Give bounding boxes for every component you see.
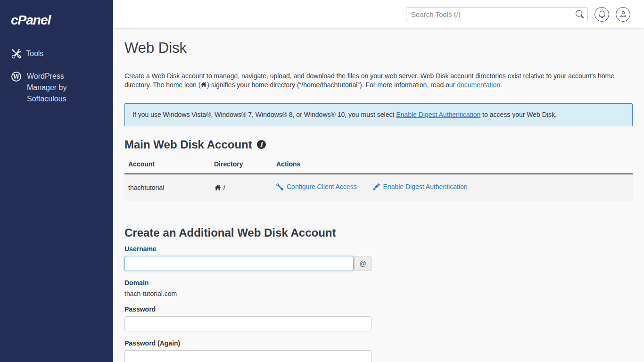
wordpress-icon: W [11,72,21,81]
cpanel-logo: cPanel [0,0,113,28]
password-again-field-group: Password (Again) [124,339,633,362]
username-field-group: Username @ [124,245,633,271]
password-again-label: Password (Again) [124,339,633,347]
home-icon [214,184,222,191]
enable-digest-auth-link[interactable]: Enable Digest Authentication [373,182,468,191]
notifications-button[interactable] [594,7,609,22]
table-header-row: Account Directory Actions [124,158,633,174]
enable-digest-auth-alert-link[interactable]: Enable Digest Authentication [396,111,480,118]
page-content: Web Disk Create a Web Disk account to ma… [113,28,644,362]
at-symbol-addon: @ [354,256,372,271]
tools-icon [12,49,21,58]
pencil-icon [373,183,380,190]
sidebar-item-label: WordPress Manager by Softaculous [27,72,67,103]
user-account-button[interactable] [616,7,630,22]
app-window: cPanel Tools W WordPress Manager by Soft… [0,0,644,362]
column-header-directory: Directory [210,158,272,174]
column-header-account: Account [124,158,210,174]
domain-value: thach-tutorial.com [124,290,633,297]
password-input[interactable] [124,316,372,331]
configure-client-access-link[interactable]: Configure Client Access [276,182,357,191]
username-label: Username [124,245,633,253]
sidebar: cPanel Tools W WordPress Manager by Soft… [0,0,113,362]
sidebar-item-wordpress-manager[interactable]: W WordPress Manager by Softaculous [0,64,113,109]
password-field-group: Password [124,305,633,331]
password-again-input[interactable] [124,350,372,362]
topbar [113,0,644,28]
create-account-heading: Create an Additional Web Disk Account [124,226,633,239]
user-icon [619,10,627,18]
actions-cell: Configure Client Access Enable Digest Au… [272,174,633,201]
main-account-table: Account Directory Actions thachtutorial … [124,158,633,201]
search-icon[interactable] [576,10,584,18]
main-area: Web Disk Create a Web Disk account to ma… [113,0,644,362]
info-icon[interactable]: i [257,140,266,149]
column-header-actions: Actions [272,158,633,174]
page-title: Web Disk [124,40,633,57]
sidebar-nav: Tools W WordPress Manager by Softaculous [0,43,113,109]
main-account-heading: Main Web Disk Account i [124,138,633,151]
directory-cell: / [210,174,272,201]
documentation-link[interactable]: documentation [457,81,500,89]
wrench-icon [276,183,283,190]
sidebar-item-tools[interactable]: Tools [0,43,113,64]
info-alert: If you use Windows Vista®, Windows® 7, W… [124,103,633,126]
create-webdisk-form: Username @ Domain thach-tutorial.com Pas… [124,245,633,362]
password-label: Password [124,305,633,313]
username-input[interactable] [124,256,354,271]
search-input[interactable] [406,7,588,21]
intro-paragraph: Create a Web Disk account to manage, nav… [124,72,633,90]
table-row: thachtutorial / Configure Client Access [124,174,633,201]
bell-icon [598,10,606,18]
account-cell: thachtutorial [124,174,210,201]
search-tools [406,7,588,21]
domain-field-group: Domain thach-tutorial.com [124,279,633,297]
home-icon [200,82,207,88]
domain-label: Domain [124,279,633,287]
sidebar-item-label: Tools [26,48,43,59]
